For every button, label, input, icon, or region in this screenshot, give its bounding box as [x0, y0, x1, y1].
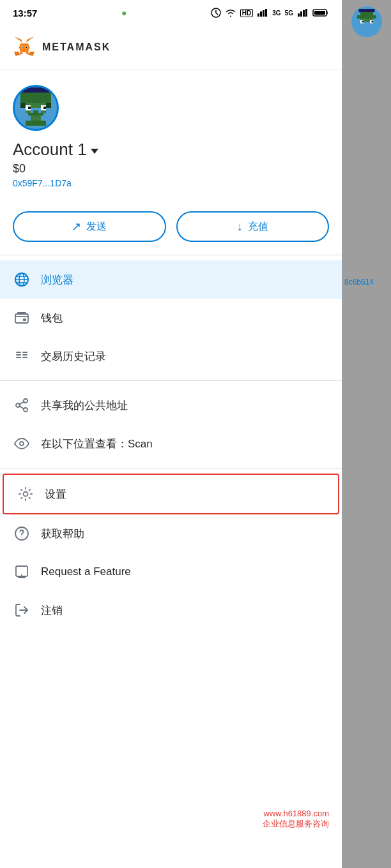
status-icons: HD 3G 5G	[211, 8, 329, 18]
svg-point-57	[16, 403, 20, 407]
status-time: 13:57	[13, 8, 37, 19]
svg-rect-49	[23, 318, 26, 321]
eye-icon	[13, 435, 31, 453]
svg-marker-13	[29, 52, 34, 56]
avatar[interactable]	[13, 85, 59, 131]
wallet-label: 钱包	[41, 311, 63, 326]
receive-button[interactable]: ↓ 充值	[176, 211, 330, 242]
svg-rect-7	[303, 10, 305, 17]
svg-rect-48	[15, 314, 28, 323]
svg-rect-38	[33, 110, 38, 113]
svg-rect-1	[257, 13, 259, 17]
svg-rect-39	[28, 113, 43, 116]
svg-rect-37	[43, 107, 46, 109]
svg-rect-30	[20, 98, 51, 103]
right-panel-avatar[interactable]	[351, 6, 382, 37]
svg-line-59	[20, 401, 24, 404]
right-panel-link: 8c6b614	[342, 274, 391, 288]
metamask-fox-logo	[13, 36, 36, 59]
svg-rect-45	[20, 90, 51, 93]
menu-item-browser[interactable]: 浏览器	[0, 260, 342, 299]
watermark: www.h61889.com 企业信息服务咨询	[263, 809, 329, 830]
menu-item-share[interactable]: 共享我的公共地址	[0, 386, 342, 424]
svg-rect-31	[20, 103, 26, 108]
svg-rect-29	[46, 93, 51, 98]
share-icon	[13, 396, 31, 414]
metamask-logo-text: METAMASK	[42, 41, 111, 53]
menu-item-view-scan[interactable]: 在以下位置查看：Scan	[0, 424, 342, 463]
watermark-line2: 企业信息服务咨询	[263, 818, 329, 830]
account-address[interactable]: 0x59F7...1D7a	[13, 178, 329, 188]
svg-rect-3	[263, 10, 264, 17]
history-label: 交易历史记录	[41, 349, 106, 364]
svg-rect-75	[358, 9, 374, 12]
svg-rect-27	[26, 93, 46, 98]
action-buttons: ↗ 发送 ↓ 充值	[0, 201, 342, 255]
settings-label: 设置	[45, 487, 66, 502]
feature-label: Request a Feature	[41, 565, 131, 578]
svg-rect-32	[46, 103, 51, 108]
svg-rect-2	[260, 11, 262, 17]
svg-rect-74	[371, 21, 373, 23]
menu-section-3: 设置 获取帮助 Request a Feature	[0, 468, 342, 634]
svg-rect-73	[362, 21, 364, 23]
send-label: 发送	[86, 220, 107, 234]
svg-rect-4	[265, 9, 267, 17]
menu-item-logout[interactable]: 注销	[0, 591, 342, 629]
view-scan-label: 在以下位置查看：Scan	[41, 437, 153, 451]
help-label: 获取帮助	[41, 527, 84, 541]
svg-rect-68	[360, 12, 373, 15]
svg-rect-69	[357, 15, 376, 19]
svg-rect-8	[305, 9, 307, 17]
menu-section-2: 共享我的公共地址 在以下位置查看：Scan	[0, 381, 342, 468]
svg-rect-10	[314, 11, 325, 15]
send-icon: ↗	[72, 220, 81, 234]
status-bar: 13:57 ● HD 3G 5G	[0, 0, 342, 26]
svg-point-62	[24, 492, 28, 497]
svg-rect-36	[28, 107, 31, 109]
svg-rect-43	[26, 121, 46, 126]
battery-icon	[312, 8, 329, 17]
header: METAMASK	[0, 26, 342, 70]
svg-point-61	[20, 442, 24, 445]
svg-rect-6	[300, 11, 302, 17]
receive-label: 充值	[248, 220, 268, 234]
svg-rect-5	[298, 13, 300, 17]
svg-line-60	[20, 406, 24, 408]
logout-icon	[13, 601, 31, 619]
svg-rect-41	[41, 110, 46, 113]
hd-badge: HD	[240, 9, 253, 17]
history-icon	[13, 347, 31, 365]
send-button[interactable]: ↗ 发送	[13, 211, 166, 242]
svg-rect-40	[26, 110, 31, 113]
settings-icon	[17, 485, 34, 503]
menu-item-help[interactable]: 获取帮助	[0, 514, 342, 553]
svg-rect-21	[20, 43, 29, 52]
account-section: Account 1 $0 0x59F7...1D7a	[0, 70, 342, 201]
menu-item-wallet[interactable]: 钱包	[0, 299, 342, 337]
account-dropdown-arrow[interactable]	[91, 149, 98, 154]
menu-item-settings[interactable]: 设置	[3, 474, 339, 514]
signal-icon-2	[297, 8, 309, 17]
watermark-line1: www.h61889.com	[263, 809, 329, 818]
receive-icon: ↓	[237, 220, 243, 234]
3g-text: 3G	[272, 10, 280, 17]
signal-icon	[257, 8, 268, 17]
share-label: 共享我的公共地址	[41, 398, 128, 413]
menu-item-feature[interactable]: Request a Feature	[0, 553, 342, 591]
menu-item-history[interactable]: 交易历史记录	[0, 337, 342, 375]
account-name: Account 1	[13, 140, 87, 160]
green-dot: ●	[121, 8, 126, 18]
browser-label: 浏览器	[41, 273, 73, 287]
account-name-row[interactable]: Account 1	[13, 140, 329, 160]
right-panel: 8c6b614	[342, 0, 391, 868]
right-panel-avatar-image	[354, 9, 379, 34]
svg-marker-12	[15, 37, 22, 42]
feature-icon	[13, 563, 31, 581]
svg-point-25	[26, 47, 27, 48]
logout-label: 注销	[41, 603, 63, 618]
right-panel-link-text: 8c6b614	[344, 278, 374, 287]
wifi-icon	[225, 8, 236, 17]
clock-icon	[211, 8, 221, 18]
svg-marker-14	[15, 52, 20, 56]
